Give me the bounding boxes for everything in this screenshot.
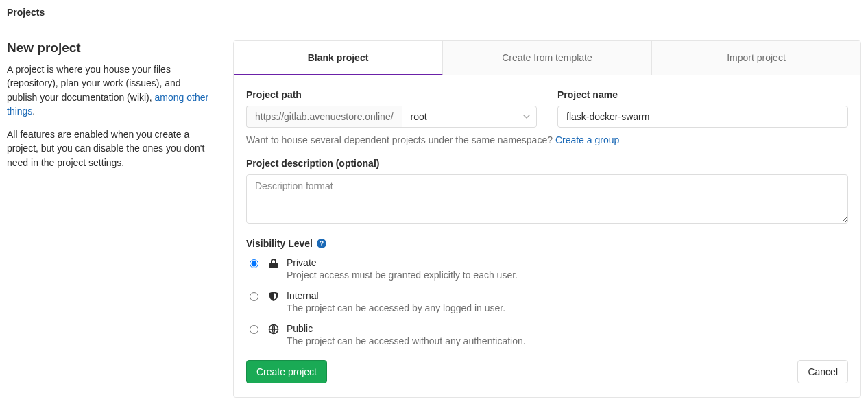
project-path-label: Project path: [246, 89, 537, 100]
visibility-public-desc: The project can be accessed without any …: [287, 335, 848, 346]
project-description-label: Project description (optional): [246, 158, 848, 169]
sidebar-desc-1: A project is where you house your files …: [7, 62, 213, 118]
main-panel: Blank project Create from template Impor…: [233, 40, 861, 398]
page-title: New project: [7, 40, 213, 56]
cancel-button[interactable]: Cancel: [797, 360, 848, 383]
tabs: Blank project Create from template Impor…: [234, 41, 860, 75]
visibility-private-radio[interactable]: [250, 259, 258, 268]
visibility-internal-title: Internal: [287, 290, 848, 301]
breadcrumb[interactable]: Projects: [7, 4, 861, 25]
visibility-private-title: Private: [287, 257, 848, 268]
tab-create-from-template[interactable]: Create from template: [443, 41, 652, 75]
create-project-button[interactable]: Create project: [246, 360, 327, 383]
project-name-input[interactable]: [557, 106, 848, 128]
visibility-internal-radio[interactable]: [250, 292, 258, 301]
visibility-level-label: Visibility Level: [246, 238, 313, 249]
base-url-addon: https://gitlab.avenuestore.online/: [246, 106, 402, 128]
visibility-public-radio[interactable]: [250, 325, 258, 334]
help-icon[interactable]: ?: [317, 239, 326, 248]
tab-import-project[interactable]: Import project: [652, 41, 860, 75]
create-group-link[interactable]: Create a group: [555, 134, 619, 145]
namespace-select[interactable]: root: [402, 106, 537, 128]
visibility-public-title: Public: [287, 323, 848, 334]
visibility-private-desc: Project access must be granted explicitl…: [287, 270, 848, 281]
lock-icon: [267, 257, 280, 270]
project-name-label: Project name: [557, 89, 848, 100]
shield-icon: [267, 290, 280, 302]
project-description-input[interactable]: [246, 174, 848, 224]
globe-icon: [267, 323, 280, 335]
sidebar-desc-2: All features are enabled when you create…: [7, 128, 213, 169]
tab-blank-project[interactable]: Blank project: [234, 41, 443, 75]
namespace-hint: Want to house several dependent projects…: [246, 134, 848, 145]
sidebar: New project A project is where you house…: [7, 40, 213, 398]
visibility-internal-desc: The project can be accessed by any logge…: [287, 302, 848, 313]
